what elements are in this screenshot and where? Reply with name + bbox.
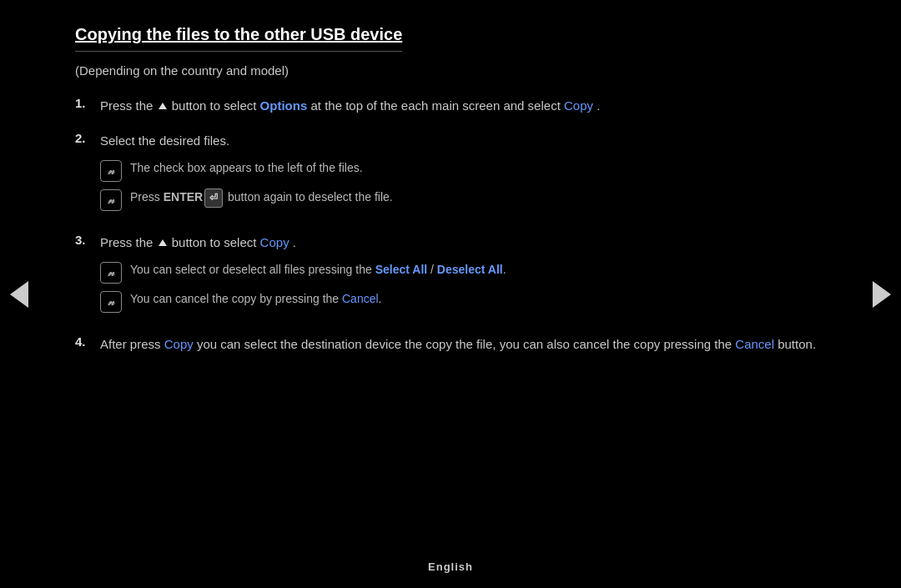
prev-page-arrow[interactable] [10,281,28,308]
note-icon-4: 𝓃 [100,291,122,313]
page-title: Copying the files to the other USB devic… [75,25,402,52]
step-3: 3. Press the button to select Copy . 𝓃 Y… [75,233,826,319]
subtitle: (Depending on the country and model) [75,63,826,78]
enter-key-icon: ⏎ [204,188,223,208]
step3-note-2: 𝓃 You can cancel the copy by pressing th… [100,290,826,313]
note-icon-3: 𝓃 [100,262,122,284]
step2-note-1: 𝓃 The check box appears to the left of t… [100,159,826,182]
note-icon-1: 𝓃 [100,160,122,182]
triangle-up-icon-1 [159,103,167,109]
step3-text-after: button to select [172,235,260,249]
step3-copy-highlight: Copy [260,235,289,249]
cancel-highlight-1: Cancel [342,292,379,305]
note-icon-2: 𝓃 [100,189,122,211]
step-number-4: 4. [75,334,100,349]
step-number-1: 1. [75,96,100,110]
step3-text-before: Press the [100,235,157,249]
step1-text-after: at the top of the each main screen and s… [310,98,564,113]
step-2: 2. Select the desired files. 𝓃 The check… [75,131,826,218]
main-content: Copying the files to the other USB devic… [75,25,826,538]
step3-note1-text: You can select or deselect all files pre… [130,261,506,279]
step4-text-before: After press [100,337,164,351]
step4-text-end: button. [778,337,816,351]
enter-label: ENTER [164,190,203,204]
step4-copy-highlight: Copy [164,337,194,351]
select-all-highlight: Select All [375,263,428,276]
step-content-4: After press Copy you can select the dest… [100,334,826,354]
step1-text-middle: button to select [172,98,260,113]
step2-notes: 𝓃 The check box appears to the left of t… [100,159,826,211]
step3-note-1: 𝓃 You can select or deselect all files p… [100,261,826,284]
step4-cancel-highlight: Cancel [735,337,774,351]
step2-note1-text: The check box appears to the left of the… [130,159,363,178]
step2-note2-text: Press ENTER⏎ button again to deselect th… [130,188,393,208]
step-list: 1. Press the button to select Options at… [75,96,826,354]
footer-language: English [428,560,473,573]
next-page-arrow[interactable] [873,281,891,308]
deselect-all-highlight: Deselect All [437,263,503,276]
step-content-1: Press the button to select Options at th… [100,96,826,116]
step-4: 4. After press Copy you can select the d… [75,334,826,354]
step-content-3: Press the button to select Copy . 𝓃 You … [100,233,826,319]
step1-options-highlight: Options [260,98,308,113]
step3-note2-text: You can cancel the copy by pressing the … [130,290,381,309]
step4-text-middle: you can select the destination device th… [197,337,735,351]
step2-text: Select the desired files. [100,133,229,148]
step1-text-end: . [596,98,600,113]
step1-text-before: Press the [100,98,157,113]
step3-notes: 𝓃 You can select or deselect all files p… [100,261,826,313]
triangle-up-icon-3 [159,239,167,246]
step-number-2: 2. [75,131,100,145]
step-1: 1. Press the button to select Options at… [75,96,826,116]
step-content-2: Select the desired files. 𝓃 The check bo… [100,131,826,218]
step2-note-2: 𝓃 Press ENTER⏎ button again to deselect … [100,188,826,211]
step1-copy-highlight: Copy [564,98,593,113]
step3-text-end: . [293,235,296,249]
step-number-3: 3. [75,233,100,247]
